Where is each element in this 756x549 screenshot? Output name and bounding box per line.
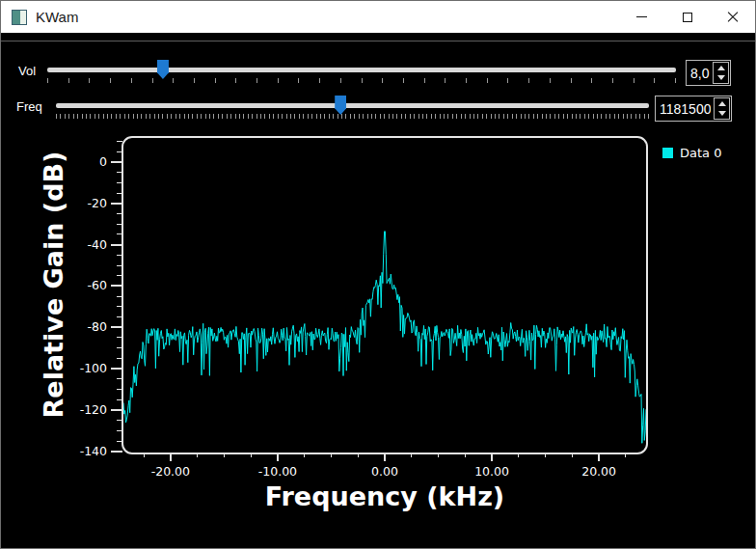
slider-tick [461, 114, 462, 119]
slider-tick [580, 114, 580, 119]
slider-tick [303, 114, 304, 119]
slider-tick [215, 78, 216, 83]
slider-tick [294, 114, 295, 119]
slider-tick [341, 114, 342, 119]
vol-slider-handle[interactable] [157, 60, 169, 79]
slider-tick [192, 114, 193, 119]
vol-slider-track[interactable] [47, 68, 676, 72]
slider-tick [201, 114, 202, 119]
x-axis-tick [491, 453, 493, 461]
slider-tick [103, 114, 104, 119]
down-triangle-icon [718, 111, 726, 116]
slider-tick [128, 114, 129, 119]
slider-tick [124, 114, 125, 119]
slider-tick [319, 78, 320, 83]
y-axis-tick-label: -100 [40, 361, 107, 375]
slider-tick [452, 114, 453, 119]
slider-tick [499, 114, 500, 119]
freq-spin-buttons [714, 97, 730, 120]
slider-tick [235, 114, 236, 119]
slider-tick [194, 78, 195, 83]
slider-tick [94, 114, 95, 119]
slider-tick [473, 114, 474, 119]
x-axis-tick-label: 20.00 [565, 464, 633, 479]
slider-tick [584, 114, 585, 119]
freq-slider-track[interactable] [56, 103, 649, 108]
slider-tick [149, 114, 150, 119]
slider-tick [486, 114, 487, 119]
titlebar-separator [1, 41, 755, 41]
vol-slider-ticks [47, 78, 676, 84]
freq-slider-label: Freq [16, 99, 42, 114]
slider-tick [512, 114, 513, 119]
x-axis-tick-label: 0.00 [351, 464, 418, 479]
slider-tick [410, 114, 411, 119]
slider-tick [218, 114, 219, 119]
x-axis-label: Frequency (kHz) [265, 481, 504, 511]
vol-spinbox-input[interactable] [687, 61, 712, 85]
slider-tick [444, 114, 445, 119]
up-triangle-icon [717, 66, 725, 70]
slider-tick [260, 114, 261, 119]
slider-tick [367, 114, 368, 119]
spectrum-plot[interactable] [122, 136, 648, 454]
y-axis-tick-label: -80 [40, 319, 107, 334]
slider-tick [222, 114, 223, 119]
slider-tick [431, 114, 432, 119]
y-axis-tick-label: 0 [40, 154, 107, 169]
slider-tick [554, 114, 555, 119]
spectrum-trace [123, 232, 646, 443]
minimize-button[interactable] [619, 1, 664, 33]
freq-slider-handle[interactable] [335, 96, 346, 115]
slider-tick [197, 114, 198, 119]
vol-spin-down-button[interactable] [714, 73, 728, 84]
slider-tick [588, 114, 589, 119]
slider-tick [311, 114, 312, 119]
slider-tick [597, 114, 598, 119]
slider-tick [537, 114, 538, 119]
slider-tick [316, 114, 317, 119]
minimize-icon [636, 16, 647, 17]
x-axis-tick [277, 453, 279, 461]
slider-tick [528, 78, 529, 83]
slider-tick [273, 114, 274, 119]
slider-tick [282, 114, 283, 119]
x-axis-tick [170, 453, 172, 461]
slider-tick [176, 114, 176, 119]
legend-swatch [662, 148, 673, 158]
vol-spinbox [686, 60, 731, 86]
slider-tick [623, 114, 624, 119]
freq-spinbox-input[interactable] [656, 96, 713, 121]
slider-tick [320, 114, 321, 119]
close-icon [727, 12, 739, 23]
vol-spin-up-button[interactable] [714, 63, 728, 73]
down-triangle-icon [717, 75, 725, 80]
titlebar[interactable]: KWam [1, 1, 755, 33]
slider-tick [495, 114, 496, 119]
slider-tick [546, 114, 547, 119]
slider-tick [466, 78, 467, 83]
slider-tick [634, 78, 634, 83]
slider-tick [68, 114, 69, 119]
slider-tick [359, 114, 360, 119]
slider-tick [465, 114, 466, 119]
slider-tick [644, 114, 645, 119]
slider-tick [445, 78, 446, 83]
slider-tick [371, 114, 372, 119]
freq-spin-down-button[interactable] [715, 109, 729, 120]
close-button[interactable] [710, 1, 755, 33]
slider-tick [631, 114, 632, 119]
slider-tick [107, 114, 108, 119]
maximize-button[interactable] [664, 1, 710, 33]
slider-tick [60, 114, 61, 119]
slider-tick [392, 114, 393, 119]
slider-tick [477, 114, 478, 119]
slider-tick [593, 114, 594, 119]
slider-tick [73, 114, 74, 119]
y-axis-tick-label: -140 [40, 444, 107, 458]
slider-tick [362, 78, 363, 83]
slider-tick [56, 114, 57, 119]
slider-tick [116, 114, 117, 119]
freq-spin-up-button[interactable] [715, 98, 729, 109]
slider-tick [606, 114, 607, 119]
